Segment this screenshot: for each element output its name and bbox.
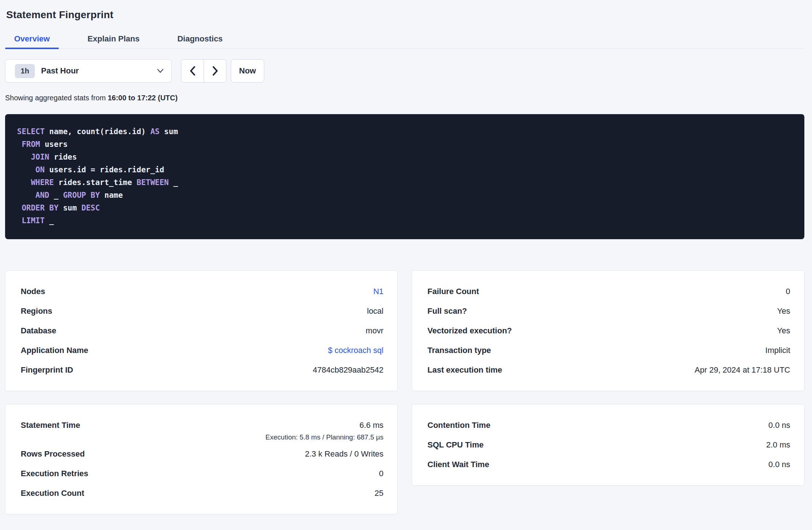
row-value: Yes — [777, 307, 790, 315]
time-range-badge: 1h — [15, 64, 35, 78]
row-label: Statement Time — [21, 421, 80, 429]
row-value: movr — [366, 327, 383, 335]
sql-statement-box: SELECT name, count(rides.id) AS sum FROM… — [5, 114, 804, 239]
statement-details-card: Nodes N1 Regions local Database movr App… — [5, 270, 398, 391]
row-value: 0 — [786, 288, 790, 296]
sql-line: ON users.id = rides.rider_id — [17, 164, 792, 176]
row-value: 0.0 ns — [768, 421, 790, 429]
execution-attributes-card: Failure Count 0 Full scan? Yes Vectorize… — [412, 270, 804, 391]
row-label: Database — [21, 327, 56, 335]
row-value: 0.0 ns — [768, 461, 790, 469]
previous-interval-button[interactable] — [181, 60, 204, 82]
time-step-buttons — [181, 59, 226, 83]
stats-summary-range: 16:00 to 17:22 (UTC) — [108, 94, 177, 102]
chevron-down-icon — [157, 68, 164, 73]
aggregated-stats-summary: Showing aggregated stats from 16:00 to 1… — [5, 94, 804, 102]
row-last-execution-time: Last execution time Apr 29, 2024 at 17:1… — [427, 366, 790, 374]
row-statement-time: Statement Time 6.6 ms Execution: 5.8 ms … — [21, 421, 383, 441]
row-label: Full scan? — [427, 307, 467, 315]
row-value: 25 — [375, 489, 383, 497]
chevron-left-icon — [189, 66, 196, 76]
row-regions: Regions local — [21, 307, 383, 315]
statement-fingerprint-page: Statement Fingerprint Overview Explain P… — [0, 9, 812, 514]
row-value: Apr 29, 2024 at 17:18 UTC — [695, 366, 790, 374]
row-label: Vectorized execution? — [427, 327, 512, 335]
row-contention-time: Contention Time 0.0 ns — [427, 421, 790, 429]
row-execution-count: Execution Count 25 — [21, 489, 383, 497]
row-value: 2.0 ms — [766, 441, 790, 449]
row-value: Implicit — [765, 346, 790, 354]
row-label: Last execution time — [427, 366, 502, 374]
row-value: 6.6 ms — [265, 421, 383, 429]
nodes-link[interactable]: N1 — [373, 288, 383, 296]
row-label: SQL CPU Time — [427, 441, 483, 449]
stats-summary-prefix: Showing aggregated stats from — [5, 94, 108, 102]
row-sql-cpu-time: SQL CPU Time 2.0 ms — [427, 441, 790, 449]
row-label: Contention Time — [427, 421, 490, 429]
row-failure-count: Failure Count 0 — [427, 288, 790, 296]
row-database: Database movr — [21, 327, 383, 335]
row-label: Fingerprint ID — [21, 366, 73, 374]
chevron-right-icon — [212, 66, 218, 76]
row-label: Execution Count — [21, 489, 84, 497]
time-range-dropdown[interactable]: 1h Past Hour — [5, 59, 172, 83]
row-nodes: Nodes N1 — [21, 288, 383, 296]
application-name-link[interactable]: $ cockroach sql — [328, 346, 383, 354]
tab-overview[interactable]: Overview — [5, 34, 59, 49]
row-value: local — [367, 307, 383, 315]
tab-diagnostics[interactable]: Diagnostics — [168, 34, 232, 49]
time-range-label: Past Hour — [41, 66, 79, 76]
row-label: Application Name — [21, 346, 88, 354]
sql-line: AND _ GROUP BY name — [17, 189, 792, 202]
row-label: Client Wait Time — [427, 461, 489, 469]
row-label: Nodes — [21, 288, 45, 296]
sql-line: LIMIT _ — [17, 214, 792, 227]
sql-line: ORDER BY sum DESC — [17, 202, 792, 214]
row-value: 0 — [379, 470, 383, 478]
row-label: Regions — [21, 307, 52, 315]
row-rows-processed: Rows Processed 2.3 k Reads / 0 Writes — [21, 450, 383, 458]
sql-line: WHERE rides.start_time BETWEEN _ — [17, 176, 792, 189]
row-value: 4784cb829aab2542 — [313, 366, 383, 374]
summary-cards: Nodes N1 Regions local Database movr App… — [5, 270, 804, 514]
tab-explain-plans[interactable]: Explain Plans — [79, 34, 149, 49]
row-fingerprint-id: Fingerprint ID 4784cb829aab2542 — [21, 366, 383, 374]
row-value: 2.3 k Reads / 0 Writes — [305, 450, 383, 458]
sql-line: SELECT name, count(rides.id) AS sum — [17, 125, 792, 138]
statement-time-breakdown: Execution: 5.8 ms / Planning: 687.5 µs — [265, 434, 383, 441]
execution-stats-card: Statement Time 6.6 ms Execution: 5.8 ms … — [5, 404, 398, 514]
row-label: Execution Retries — [21, 470, 88, 478]
next-interval-button[interactable] — [204, 60, 226, 82]
wait-times-card: Contention Time 0.0 ns SQL CPU Time 2.0 … — [412, 404, 804, 486]
row-value: Yes — [777, 327, 790, 335]
row-execution-retries: Execution Retries 0 — [21, 470, 383, 478]
page-title: Statement Fingerprint — [6, 9, 804, 21]
row-label: Transaction type — [427, 346, 491, 354]
sql-line: JOIN rides — [17, 151, 792, 164]
tab-bar: Overview Explain Plans Diagnostics — [5, 34, 804, 49]
sql-line: FROM users — [17, 138, 792, 151]
row-label: Failure Count — [427, 288, 479, 296]
row-full-scan: Full scan? Yes — [427, 307, 790, 315]
now-button[interactable]: Now — [231, 59, 264, 83]
row-label: Rows Processed — [21, 450, 85, 458]
row-application-name: Application Name $ cockroach sql — [21, 346, 383, 354]
row-transaction-type: Transaction type Implicit — [427, 346, 790, 354]
row-client-wait-time: Client Wait Time 0.0 ns — [427, 461, 790, 469]
time-controls: 1h Past Hour — [5, 59, 804, 83]
row-vectorized-execution: Vectorized execution? Yes — [427, 327, 790, 335]
